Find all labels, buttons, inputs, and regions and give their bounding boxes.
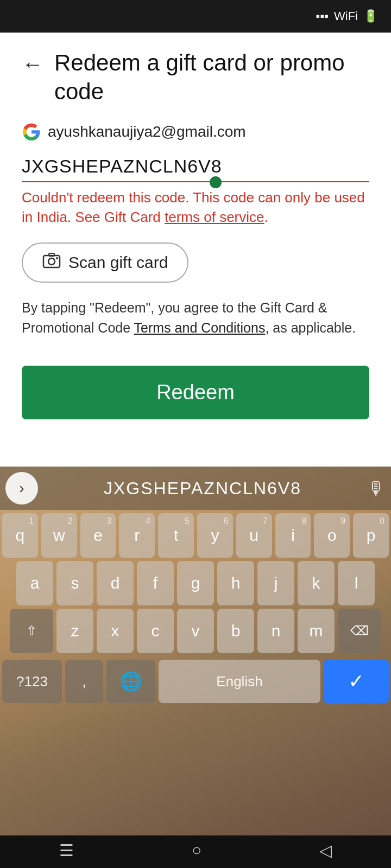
key-w[interactable]: w2 [41, 513, 77, 558]
navigation-bar: ☰ ○ ◁ [0, 835, 391, 868]
key-b[interactable]: b [217, 609, 254, 653]
globe-icon: 🌐 [119, 671, 142, 692]
key-l[interactable]: l [338, 561, 375, 605]
keyboard-area: › JXGSHEPAZNCLN6V8 🎙 q1 w2 e3 r4 t5 y6 u… [0, 467, 391, 835]
scan-gift-card-button[interactable]: Scan gift card [22, 242, 188, 283]
key-a[interactable]: a [16, 561, 53, 605]
symbols-key[interactable]: ?123 [2, 660, 62, 703]
terms-of-service-link[interactable]: terms of service [165, 209, 264, 225]
keyboard-row-2: a s d f g h j k l [2, 561, 389, 605]
home-nav-icon[interactable]: ○ [192, 841, 201, 859]
key-n[interactable]: n [257, 609, 294, 653]
account-row: ayushkanaujiya2@gmail.com [22, 122, 369, 142]
signal-icon: ▪▪▪ [316, 9, 329, 23]
keyboard-row-3: ⇧ z x c v b n m ⌫ [2, 609, 389, 653]
suggestion-text[interactable]: JXGSHEPAZNCLN6V8 [104, 478, 301, 499]
page-title: Redeem a gift card or promo code [54, 49, 369, 106]
delete-key[interactable]: ⌫ [338, 609, 381, 653]
keyboard-row-1: q1 w2 e3 r4 t5 y6 u7 i8 o9 p0 [2, 513, 389, 558]
code-input[interactable] [22, 151, 369, 182]
key-v[interactable]: v [177, 609, 214, 653]
error-suffix: . [264, 209, 268, 225]
terms-conditions-link[interactable]: Terms and Conditions [134, 320, 266, 335]
key-o[interactable]: o9 [314, 513, 350, 558]
account-email: ayushkanaujiya2@gmail.com [48, 123, 246, 141]
key-z[interactable]: z [56, 609, 93, 653]
svg-rect-2 [49, 253, 54, 256]
key-x[interactable]: x [97, 609, 134, 653]
svg-point-3 [56, 257, 58, 259]
key-m[interactable]: m [298, 609, 335, 653]
camera-icon [42, 251, 61, 274]
status-bar: ▪▪▪ WiFi 🔋 [0, 0, 391, 33]
keyboard-expand-button[interactable]: › [5, 472, 38, 505]
comma-key[interactable]: , [65, 660, 103, 703]
svg-point-1 [48, 258, 55, 265]
terms-suffix: , as applicable. [265, 320, 356, 335]
shift-key[interactable]: ⇧ [10, 609, 53, 653]
redeem-button[interactable]: Redeem [22, 366, 369, 419]
main-content: ← Redeem a gift card or promo code ayush… [0, 33, 391, 430]
checkmark-icon: ✓ [348, 670, 364, 693]
status-icons: ▪▪▪ WiFi 🔋 [316, 9, 378, 23]
key-f[interactable]: f [137, 561, 174, 605]
space-key[interactable]: English [159, 660, 320, 703]
key-t[interactable]: t5 [158, 513, 194, 558]
key-q[interactable]: q1 [2, 513, 38, 558]
chevron-right-icon: › [19, 480, 24, 497]
key-s[interactable]: s [56, 561, 93, 605]
key-d[interactable]: d [97, 561, 134, 605]
error-message: Couldn't redeem this code. This code can… [22, 188, 369, 227]
key-y[interactable]: y6 [197, 513, 233, 558]
keyboard-rows: q1 w2 e3 r4 t5 y6 u7 i8 o9 p0 a s d f g … [0, 510, 391, 660]
battery-icon: 🔋 [363, 9, 378, 23]
key-r[interactable]: r4 [119, 513, 155, 558]
enter-key[interactable]: ✓ [324, 660, 389, 703]
keyboard-bottom-row: ?123 , 🌐 English ✓ [0, 660, 391, 706]
key-p[interactable]: p0 [353, 513, 389, 558]
back-button[interactable]: ← [22, 52, 43, 76]
google-logo [22, 122, 41, 142]
key-i[interactable]: i8 [275, 513, 311, 558]
globe-key[interactable]: 🌐 [106, 660, 155, 703]
key-e[interactable]: e3 [80, 513, 116, 558]
back-nav-icon[interactable]: ◁ [319, 841, 332, 860]
key-h[interactable]: h [217, 561, 254, 605]
code-input-wrapper [22, 151, 369, 182]
menu-nav-icon[interactable]: ☰ [59, 841, 74, 860]
terms-text: By tapping "Redeem", you agree to the Gi… [22, 298, 369, 339]
key-u[interactable]: u7 [236, 513, 272, 558]
key-c[interactable]: c [137, 609, 174, 653]
scan-label: Scan gift card [68, 253, 168, 272]
key-j[interactable]: j [257, 561, 294, 605]
cursor-dot [210, 176, 222, 188]
keyboard-suggestion-bar: › JXGSHEPAZNCLN6V8 🎙 [0, 467, 391, 510]
header: ← Redeem a gift card or promo code [22, 49, 369, 106]
microphone-icon[interactable]: 🎙 [367, 478, 386, 499]
key-k[interactable]: k [298, 561, 335, 605]
key-g[interactable]: g [177, 561, 214, 605]
wifi-icon: WiFi [334, 9, 358, 23]
